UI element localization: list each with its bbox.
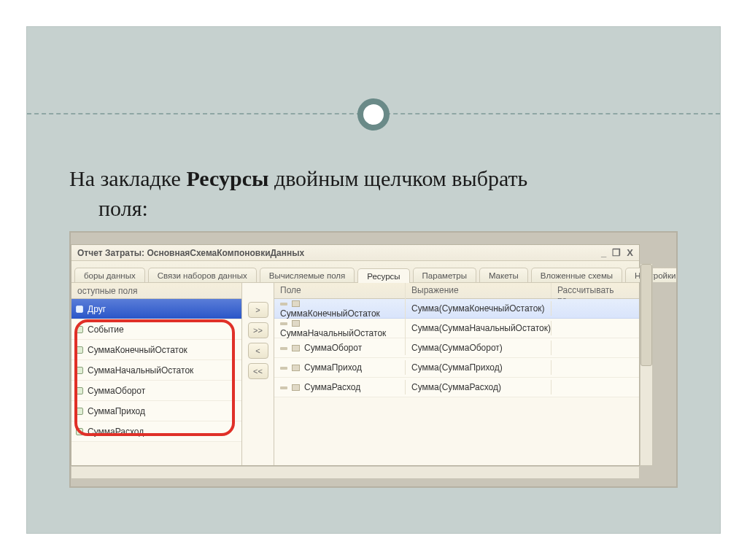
tab-6[interactable]: Вложенные схемы — [531, 268, 622, 282]
field-icon — [76, 306, 83, 313]
window-buttons: _ ❐ X — [601, 247, 633, 258]
available-fields-header: оступные поля — [71, 283, 241, 299]
minimize-button[interactable]: _ — [601, 247, 606, 258]
row-marker-icon — [280, 367, 287, 370]
field-icon — [76, 408, 83, 415]
table-row[interactable]: СуммаРасходСумма(СуммаРасход) — [274, 378, 639, 397]
tab-2[interactable]: Вычисляемые поля — [260, 268, 355, 282]
caption-post1: двойным щелчком выбрать — [268, 166, 527, 190]
cell-calc[interactable] — [551, 326, 639, 330]
row-marker-icon — [280, 303, 287, 306]
close-button[interactable]: X — [627, 247, 633, 258]
remove-all-button[interactable]: << — [248, 363, 268, 379]
vertical-scrollbar[interactable] — [640, 263, 653, 466]
screenshot-panel: Отчет Затраты: ОсновнаяСхемаКомпоновкиДа… — [69, 231, 678, 488]
tab-0[interactable]: боры данных — [74, 268, 145, 282]
cell-field-text: СуммаПриход — [304, 362, 362, 373]
available-field-label: Друг — [88, 304, 106, 314]
tab-4[interactable]: Параметры — [413, 268, 476, 282]
app-window: Отчет Затраты: ОсновнаяСхемаКомпоновкиДа… — [71, 244, 640, 466]
available-field-label: СуммаПриход — [88, 406, 145, 416]
caption-pre: На закладке — [69, 166, 186, 190]
field-icon — [76, 428, 83, 435]
add-button[interactable]: > — [248, 302, 268, 318]
available-field-label: СуммаКонечныйОстаток — [88, 345, 187, 355]
available-field-row[interactable]: СуммаПриход — [71, 401, 241, 421]
available-field-row[interactable]: Друг — [71, 299, 241, 319]
field-icon — [292, 320, 300, 327]
cell-field[interactable]: СуммаРасход — [274, 380, 406, 394]
col-expr-header[interactable]: Выражение — [406, 283, 551, 298]
field-icon — [76, 326, 83, 333]
cell-expr[interactable]: Сумма(СуммаРасход) — [406, 380, 551, 394]
cell-field[interactable]: СуммаНачальныйОстаток — [274, 316, 406, 341]
move-buttons-pane: > >> < << — [242, 283, 274, 465]
cell-field-text: СуммаНачальныйОстаток — [280, 328, 386, 338]
available-field-label: СуммаОборот — [88, 386, 145, 396]
cell-calc[interactable] — [551, 306, 639, 311]
cell-calc[interactable] — [551, 385, 639, 389]
table-body[interactable]: СуммаКонечныйОстатокСумма(СуммаКонечныйО… — [274, 299, 639, 397]
title-bar: Отчет Затраты: ОсновнаяСхемаКомпоновкиДа… — [71, 245, 639, 261]
restore-button[interactable]: ❐ — [612, 247, 621, 258]
cell-field-text: СуммаРасход — [304, 382, 360, 392]
work-area: оступные поля ДругСобытиеСуммаКонечныйОс… — [71, 283, 639, 465]
field-icon — [292, 365, 300, 371]
available-fields-pane: оступные поля ДругСобытиеСуммаКонечныйОс… — [71, 283, 242, 465]
slide: На закладке Ресурсы двойным щелчком выбр… — [0, 0, 747, 560]
cell-calc[interactable] — [551, 346, 639, 350]
tab-3[interactable]: Ресурсы — [357, 268, 409, 283]
add-all-button[interactable]: >> — [248, 322, 268, 338]
cell-expr[interactable]: Сумма(СуммаНачальныйОстаток) — [406, 321, 551, 335]
window-title: Отчет Затраты: ОсновнаяСхемаКомпоновкиДа… — [77, 248, 304, 258]
row-marker-icon — [280, 386, 287, 389]
slide-body: На закладке Ресурсы двойным щелчком выбр… — [26, 26, 721, 534]
row-marker-icon — [280, 322, 287, 325]
table-row[interactable]: СуммаОборотСумма(СуммаОборот) — [274, 338, 639, 358]
field-icon — [76, 387, 83, 394]
resources-table-pane: Поле Выражение Рассчитывать по... СуммаК… — [274, 283, 639, 465]
field-icon — [292, 300, 300, 307]
available-field-row[interactable]: СуммаРасход — [71, 421, 241, 442]
remove-button[interactable]: < — [248, 343, 268, 359]
cell-field[interactable]: СуммаОборот — [274, 341, 406, 355]
field-icon — [292, 345, 300, 351]
table-row[interactable]: СуммаПриходСумма(СуммаПриход) — [274, 358, 639, 378]
field-icon — [76, 346, 83, 354]
scrollbar-thumb[interactable] — [640, 264, 652, 366]
field-icon — [76, 367, 83, 374]
available-field-row[interactable]: СуммаНачальныйОстаток — [71, 360, 241, 381]
available-field-label: СуммаРасход — [88, 427, 144, 437]
caption-bold: Ресурсы — [186, 166, 268, 190]
instruction-text: На закладке Ресурсы двойным щелчком выбр… — [69, 164, 678, 223]
ring-ornament — [357, 98, 390, 131]
tab-1[interactable]: Связи наборов данных — [148, 268, 257, 282]
horizontal-scrollbar[interactable] — [71, 466, 640, 479]
cell-calc[interactable] — [551, 365, 639, 370]
tab-bar: боры данныхСвязи наборов данныхВычисляем… — [71, 261, 639, 283]
available-field-label: СуммаНачальныйОстаток — [88, 365, 193, 376]
table-row[interactable]: СуммаНачальныйОстатокСумма(СуммаНачальны… — [274, 319, 639, 338]
caption-post2: поля: — [98, 196, 148, 220]
cell-field[interactable]: СуммаПриход — [274, 360, 406, 375]
cell-field-text: СуммаОборот — [304, 343, 362, 353]
cell-expr[interactable]: Сумма(СуммаОборот) — [406, 341, 551, 355]
row-marker-icon — [280, 347, 287, 350]
available-field-row[interactable]: СуммаКонечныйОстаток — [71, 340, 241, 360]
available-fields-list[interactable]: ДругСобытиеСуммаКонечныйОстатокСуммаНача… — [71, 299, 241, 442]
field-icon — [292, 384, 300, 391]
available-field-label: Событие — [88, 324, 124, 335]
cell-expr[interactable]: Сумма(СуммаКонечныйОстаток) — [406, 301, 551, 316]
available-field-row[interactable]: Событие — [71, 319, 241, 340]
available-field-row[interactable]: СуммаОборот — [71, 381, 241, 401]
col-calc-header[interactable]: Рассчитывать по... — [551, 283, 639, 298]
tab-5[interactable]: Макеты — [479, 268, 528, 282]
cell-expr[interactable]: Сумма(СуммаПриход) — [406, 360, 551, 375]
